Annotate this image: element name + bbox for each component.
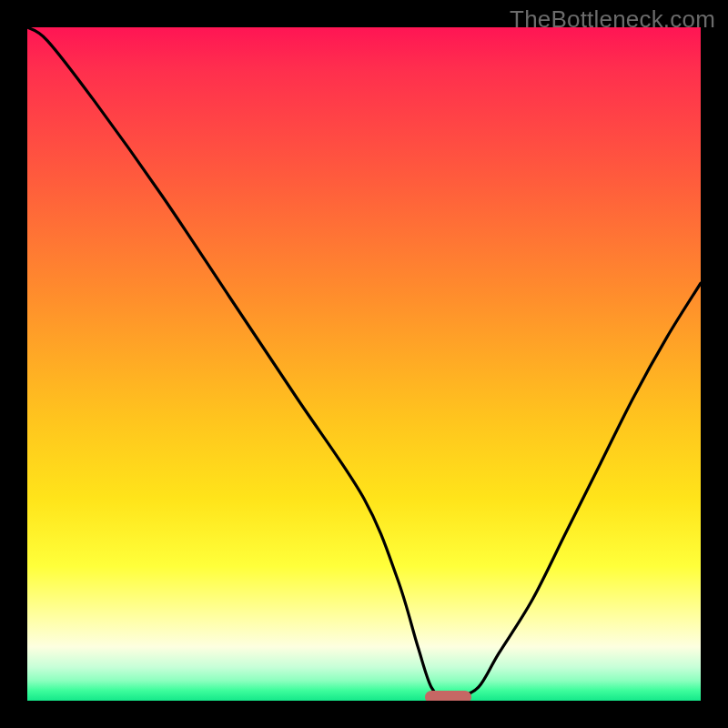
watermark-text: TheBottleneck.com xyxy=(510,5,715,34)
plot-area xyxy=(27,27,701,701)
optimum-marker xyxy=(425,691,472,701)
bottleneck-curve xyxy=(27,27,701,701)
chart-frame: TheBottleneck.com xyxy=(0,0,728,728)
curve-path xyxy=(27,27,701,699)
